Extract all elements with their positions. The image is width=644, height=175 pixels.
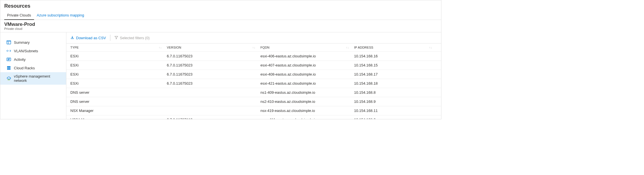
table-row[interactable]: ESXi6.7.0.11675023esxi-407-eastus.az.clo… [66,61,441,70]
cell-fqdn: ns1-409-eastus.az.cloudsimple.io [260,90,354,95]
sidebar-item-activity[interactable]: Activity [0,55,66,64]
tab-azure-subscriptions[interactable]: Azure subscriptions mapping [34,11,87,20]
table-header-row: TYPE ↑↓ VERSION ↑↓ FQDN ↑↓ IP ADDRESS ↑↓ [66,43,441,52]
cell-fqdn: esxi-408-eastus.az.cloudsimple.io [260,72,354,76]
cell-type: DNS server [70,99,167,104]
cell-ip: 10.154.168.9 [354,99,437,104]
table-row[interactable]: ESXi6.7.0.11675023esxi-406-eastus.az.clo… [66,52,441,61]
cell-fqdn: ns2-410-eastus.az.cloudsimple.io [260,99,354,104]
table-row[interactable]: ESXi6.7.0.11675023esxi-421-eastus.az.clo… [66,79,441,88]
sort-icon: ↑↓ [346,46,349,49]
table-row[interactable]: NSX Managernsx-419-eastus.az.cloudsimple… [66,106,441,115]
download-label: Download as CSV [76,36,106,40]
cell-version: 6.7.0.11675023 [167,72,260,76]
table-row[interactable]: DNS serverns2-410-eastus.az.cloudsimple.… [66,97,441,106]
cell-type: ESXi [70,81,167,86]
table-row[interactable]: DNS serverns1-409-eastus.az.cloudsimple.… [66,88,441,97]
cell-fqdn: esxi-421-eastus.az.cloudsimple.io [260,81,354,86]
filter-indicator[interactable]: Selected filters (0) [114,36,150,40]
cloud-subtitle: Private cloud [4,27,437,30]
sort-icon: ↑↓ [159,46,162,49]
svg-rect-0 [7,41,11,44]
cell-ip: 10.154.168.15 [354,63,437,67]
cell-type: ESXi [70,54,167,58]
download-icon [70,36,74,40]
cell-ip: 10.154.168.6 [354,118,437,119]
sidebar-item-label: Cloud Racks [14,66,35,70]
cell-ip: 10.154.168.11 [354,109,437,113]
cell-ip: 10.154.168.18 [354,81,437,86]
cell-ip: 10.154.168.17 [354,72,437,76]
cell-version: 6.7.0.11727113 [167,118,260,119]
sidebar-item-vsphere[interactable]: vSphere management network [0,72,66,85]
cell-fqdn: nsx-419-eastus.az.cloudsimple.io [260,109,354,113]
tab-private-clouds[interactable]: Private Clouds [4,11,34,20]
cell-ip: 10.154.168.16 [354,54,437,58]
body: Summary VLAN/Subnets Activity Cloud Rack… [0,32,441,119]
cell-version: 6.7.0.11675023 [167,81,260,86]
vsphere-icon [7,76,11,81]
sidebar: Summary VLAN/Subnets Activity Cloud Rack… [0,32,66,119]
table-row[interactable]: ESXi6.7.0.11675023esxi-408-eastus.az.clo… [66,70,441,79]
svg-rect-9 [7,68,10,68]
sidebar-item-label: Activity [14,57,26,62]
cell-version: 6.7.0.11675023 [167,54,260,58]
cloud-name: VMware-Prod [4,22,437,27]
svg-rect-8 [7,66,10,67]
column-header-fqdn[interactable]: FQDN ↑↓ [260,46,354,49]
toolbar: Download as CSV Selected filters (0) [66,32,441,43]
racks-icon [7,66,11,70]
toolbar-divider [110,35,110,41]
app-frame: Resources Private Clouds Azure subscript… [0,0,441,119]
filter-icon [114,36,118,40]
table-body: ESXi6.7.0.11675023esxi-406-eastus.az.clo… [66,52,441,119]
cell-type: VCSA Manager [70,118,167,119]
cell-fqdn: esxi-407-eastus.az.cloudsimple.io [260,63,354,67]
svg-point-3 [9,51,9,51]
sidebar-item-label: vSphere management network [14,74,62,83]
cell-type: NSX Manager [70,109,167,113]
sort-icon: ↑↓ [429,46,432,49]
svg-rect-10 [7,69,10,70]
cell-version: 6.7.0.11675023 [167,63,260,67]
sidebar-item-cloud-racks[interactable]: Cloud Racks [0,64,66,72]
cell-ip: 10.154.168.8 [354,90,437,95]
filter-label: Selected filters (0) [120,36,150,40]
summary-icon [7,40,11,45]
column-header-ip[interactable]: IP ADDRESS ↑↓ [354,46,437,49]
cell-fqdn: esxi-406-eastus.az.cloudsimple.io [260,54,354,58]
download-csv-button[interactable]: Download as CSV [70,36,106,40]
tab-row: Private Clouds Azure subscriptions mappi… [0,11,441,20]
column-header-version[interactable]: VERSION ↑↓ [167,46,260,49]
page-title: Resources [0,0,441,11]
table-row[interactable]: VCSA Manager6.7.0.11727113vcsa-411-eastu… [66,115,441,119]
vlan-icon [7,49,11,53]
sidebar-item-vlan[interactable]: VLAN/Subnets [0,47,66,55]
sidebar-item-label: VLAN/Subnets [14,49,38,53]
cell-type: ESXi [70,63,167,67]
sidebar-item-summary[interactable]: Summary [0,38,66,47]
cloud-header: VMware-Prod Private cloud [0,20,441,32]
sort-icon: ↑↓ [252,46,255,49]
cell-type: DNS server [70,90,167,95]
cell-type: ESXi [70,72,167,76]
main-panel: Download as CSV Selected filters (0) TYP… [66,32,441,119]
sidebar-item-label: Summary [14,40,30,45]
cell-fqdn: vcsa-411-eastus.az.cloudsimple.io [260,118,354,119]
activity-icon [7,57,11,62]
column-header-type[interactable]: TYPE ↑↓ [70,46,167,49]
